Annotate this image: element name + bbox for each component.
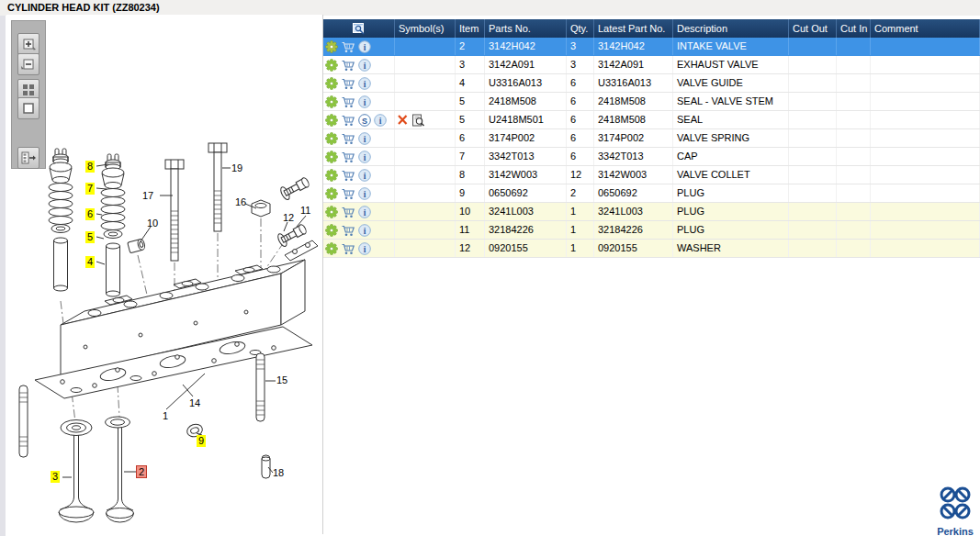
info-icon[interactable]: i [358, 169, 371, 182]
info-icon[interactable]: i [358, 187, 371, 200]
callout-9[interactable]: 9 [197, 435, 206, 447]
toggle-panel-icon [21, 151, 36, 165]
callout-8[interactable]: 8 [85, 161, 95, 173]
settings-gear-icon[interactable] [325, 40, 338, 53]
add-to-cart-icon[interactable] [341, 59, 355, 72]
header-cell-qty: Qty. [567, 19, 594, 38]
zoom-out-button[interactable] [17, 53, 39, 75]
table-row[interactable]: i 7 3342T013 6 3342T013 CAP [323, 148, 980, 166]
settings-gear-icon[interactable] [325, 224, 338, 237]
add-to-cart-icon[interactable] [341, 77, 355, 90]
callout-16[interactable]: 16 [233, 196, 248, 208]
fit-view-icon [21, 101, 36, 116]
add-to-cart-icon[interactable] [341, 242, 355, 255]
callout-6[interactable]: 6 [85, 208, 95, 220]
header-cell-description: Description [673, 19, 789, 38]
callout-7[interactable]: 7 [85, 183, 95, 195]
settings-gear-icon[interactable] [325, 169, 338, 182]
table-row[interactable]: i 10 3241L003 1 3241L003 PLUG [323, 203, 980, 221]
table-row[interactable]: i 3 3142A091 3 3142A091 EXHAUST VALVE [323, 56, 980, 74]
info-icon[interactable]: i [358, 77, 371, 90]
header-cell-actions [323, 19, 395, 38]
callout-15[interactable]: 15 [275, 374, 289, 386]
settings-gear-icon[interactable] [325, 132, 338, 145]
zoom-out-icon [21, 57, 36, 72]
callout-4[interactable]: 4 [85, 256, 95, 268]
image-toolbar [11, 20, 46, 169]
add-to-cart-icon[interactable] [341, 187, 355, 200]
settings-gear-icon[interactable] [325, 242, 338, 255]
view-document-icon[interactable] [411, 114, 425, 127]
callout-5[interactable]: 5 [85, 231, 95, 243]
settings-gear-icon[interactable] [325, 151, 338, 163]
add-to-cart-icon[interactable] [341, 40, 355, 53]
add-to-cart-icon[interactable] [341, 224, 355, 237]
header-cell-symbols: Symbol(s) [395, 19, 456, 38]
svg-text:i: i [364, 189, 366, 198]
info-icon[interactable]: i [358, 59, 371, 72]
add-to-cart-icon[interactable] [341, 132, 355, 145]
info-icon[interactable]: i [358, 242, 371, 255]
info-icon[interactable]: i [358, 206, 371, 218]
tile-views-icon [21, 83, 36, 97]
settings-gear-icon[interactable] [325, 77, 338, 90]
svg-text:i: i [364, 97, 366, 106]
settings-gear-icon[interactable] [325, 187, 338, 200]
page-title: CYLINDER HEAD KIT (ZZ80234) [7, 2, 160, 13]
table-row[interactable]: S i 5 U2418M501 6 2418M508 SEAL [323, 111, 980, 129]
settings-gear-icon[interactable] [325, 59, 338, 72]
add-to-cart-icon[interactable] [341, 114, 355, 127]
svg-text:i: i [364, 42, 366, 51]
brand-name: Perkins [930, 526, 980, 536]
add-to-cart-icon[interactable] [341, 95, 355, 108]
info-icon[interactable]: i [358, 151, 371, 163]
toggle-panel-button[interactable] [17, 147, 39, 169]
parts-catalog-window: CYLINDER HEAD KIT (ZZ80234) [0, 0, 980, 536]
callout-18[interactable]: 18 [271, 467, 286, 479]
header-cell-item: Item [456, 19, 485, 38]
callout-12[interactable]: 12 [281, 212, 296, 224]
callout-1[interactable]: 1 [161, 410, 170, 422]
table-row[interactable]: i 6 3174P002 6 3174P002 VALVE SPRING [323, 129, 980, 148]
settings-gear-icon[interactable] [325, 206, 338, 218]
settings-gear-icon[interactable] [325, 95, 338, 108]
parts-table: Symbol(s) Item Parts No. Qty. Latest Par… [323, 19, 980, 258]
svg-text:i: i [364, 134, 366, 143]
table-row[interactable]: i 5 2418M508 6 2418M508 SEAL - VALVE STE… [323, 93, 980, 111]
table-row[interactable]: i 2 3142H042 3 3142H042 INTAKE VALVE [323, 38, 980, 56]
info-icon[interactable]: i [358, 95, 371, 108]
table-row[interactable]: i 12 0920155 1 0920155 WASHER [323, 240, 980, 258]
add-to-cart-icon[interactable] [341, 206, 355, 218]
settings-gear-icon[interactable] [325, 114, 338, 127]
callout-14[interactable]: 14 [187, 397, 202, 409]
perkins-logo [936, 485, 974, 521]
table-row[interactable]: i 8 3142W003 12 3142W003 VALVE COLLET [323, 166, 980, 184]
info-icon[interactable]: i [358, 40, 371, 53]
fit-view-button[interactable] [17, 97, 39, 119]
info-icon[interactable]: i [374, 114, 387, 127]
header-cell-comment: Comment [871, 19, 980, 38]
exploded-view-drawing [7, 15, 321, 532]
svg-text:i: i [364, 226, 366, 235]
zoom-in-button[interactable] [17, 33, 39, 55]
table-row[interactable]: i 11 32184226 1 32184226 PLUG [323, 221, 980, 240]
callout-19[interactable]: 19 [230, 162, 244, 174]
callout-2[interactable]: 2 [136, 465, 147, 478]
add-to-cart-icon[interactable] [341, 151, 355, 163]
superseded-x-icon[interactable] [397, 114, 409, 126]
callout-10[interactable]: 10 [145, 218, 160, 229]
supersession-s-icon[interactable]: S [358, 114, 371, 127]
svg-text:i: i [379, 116, 382, 125]
callout-3[interactable]: 3 [51, 471, 60, 483]
header-cell-parts-no: Parts No. [485, 19, 567, 38]
table-row[interactable]: i 4 U3316A013 6 U3316A013 VALVE GUIDE [323, 74, 980, 93]
info-icon[interactable]: i [358, 132, 371, 145]
table-row[interactable]: i 9 0650692 2 0650692 PLUG [323, 184, 980, 203]
diagram-panel: 8 7 6 5 4 17 19 10 16 12 11 15 14 1 9 18… [6, 15, 323, 534]
svg-text:i: i [364, 244, 366, 253]
left-splitter[interactable] [0, 16, 6, 536]
callout-11[interactable]: 11 [299, 205, 312, 217]
add-to-cart-icon[interactable] [341, 169, 355, 182]
info-icon[interactable]: i [358, 224, 371, 237]
callout-17[interactable]: 17 [141, 190, 155, 202]
